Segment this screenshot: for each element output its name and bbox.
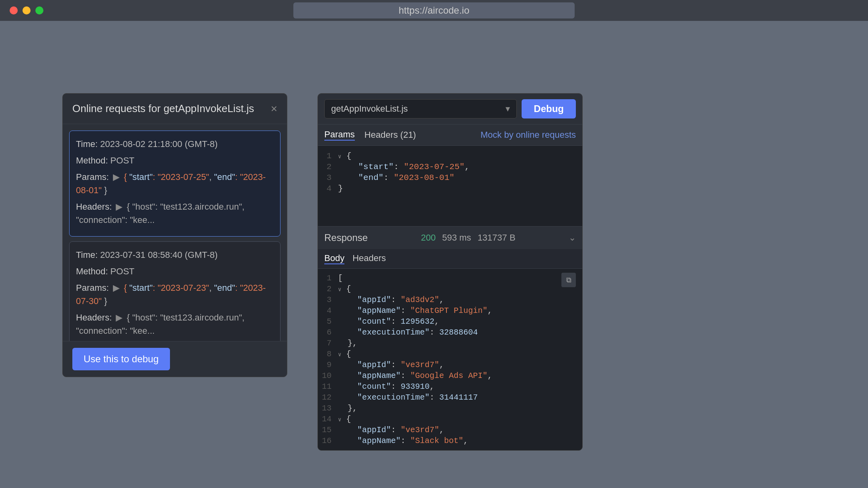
resp-line-8: 8 ∨ {	[318, 349, 582, 359]
resp-line-13: 13 },	[318, 403, 582, 414]
close-window-button[interactable]	[10, 6, 18, 14]
debug-panel: getAppInvokeList.js ▾ Debug Params Heade…	[317, 93, 583, 451]
resp-line-7: 7 },	[318, 338, 582, 349]
request-time-2: Time: 2023-07-31 08:58:40 (GMT-8)	[76, 248, 274, 261]
request-params-1: Params: ▶ { "start": "2023-07-25", "end"…	[76, 170, 274, 197]
request-method-2: Method: POST	[76, 265, 274, 278]
resp-line-5: 5 "count": 1295632,	[318, 316, 582, 327]
close-modal-button[interactable]: ×	[271, 103, 277, 114]
resp-line-11: 11 "count": 933910,	[318, 381, 582, 392]
request-headers-2: Headers: ▶ { "host": "test123.aircode.ru…	[76, 311, 274, 337]
file-selector-value: getAppInvokeList.js	[331, 104, 408, 114]
params-code-editor[interactable]: 1 ∨ { 2 "start": "2023-07-25", 3 "end": …	[318, 146, 582, 226]
modal-body: Time: 2023-08-02 21:18:00 (GMT-8) Method…	[63, 124, 287, 341]
modal-footer: Use this to debug	[63, 341, 287, 377]
tab-headers-response[interactable]: Headers	[352, 253, 386, 264]
debug-button[interactable]: Debug	[522, 99, 576, 118]
response-status: 200	[421, 233, 436, 243]
response-bytes: 131737 B	[477, 233, 515, 243]
resp-line-9: 9 "appId": "ve3rd7",	[318, 359, 582, 370]
resp-line-10: 10 "appName": "Google Ads API",	[318, 370, 582, 381]
response-meta: 200 593 ms 131737 B	[421, 233, 516, 243]
resp-line-12: 12 "executionTime": 31441117	[318, 392, 582, 403]
request-method-1: Method: POST	[76, 154, 274, 167]
response-title: Response	[324, 232, 368, 243]
modal-header: Online requests for getAppInvokeList.js …	[63, 94, 287, 124]
online-requests-modal: Online requests for getAppInvokeList.js …	[62, 93, 287, 377]
modal-title: Online requests for getAppInvokeList.js	[72, 102, 254, 115]
response-section: Response 200 593 ms 131737 B ⌄ Body Head…	[318, 226, 582, 450]
tab-params[interactable]: Params	[324, 129, 355, 141]
resp-line-4: 4 "appName": "ChatGPT Plugin",	[318, 305, 582, 316]
file-selector[interactable]: getAppInvokeList.js ▾	[324, 99, 517, 118]
debug-panel-header: getAppInvokeList.js ▾ Debug	[318, 94, 582, 125]
response-tabs: Body Headers	[318, 249, 582, 269]
use-debug-button[interactable]: Use this to debug	[72, 348, 170, 370]
main-content: Online requests for getAppInvokeList.js …	[0, 21, 868, 488]
tab-headers[interactable]: Headers (21)	[364, 130, 416, 140]
copy-button[interactable]: ⧉	[561, 273, 576, 287]
chevron-down-icon: ▾	[506, 104, 510, 114]
window-controls	[10, 6, 43, 14]
params-tabs-row: Params Headers (21) Mock by online reque…	[318, 125, 582, 146]
response-ms: 593 ms	[442, 233, 471, 243]
url-bar[interactable]	[293, 2, 575, 18]
resp-line-14: 14 ∨ {	[318, 414, 582, 425]
resp-line-3: 3 "appId": "ad3dv2",	[318, 294, 582, 305]
code-line-1: 1 ∨ {	[318, 151, 582, 161]
code-line-2: 2 "start": "2023-07-25",	[318, 161, 582, 172]
request-headers-1: Headers: ▶ { "host": "test123.aircode.ru…	[76, 200, 274, 227]
titlebar	[0, 0, 868, 21]
request-params-2: Params: ▶ { "start": "2023-07-23", "end"…	[76, 281, 274, 308]
mock-by-online-requests-link[interactable]: Mock by online requests	[481, 130, 576, 140]
resp-line-15: 15 "appId": "ve3rd7",	[318, 425, 582, 435]
response-header: Response 200 593 ms 131737 B ⌄	[318, 227, 582, 249]
resp-line-2: 2 ∨ {	[318, 284, 582, 294]
response-body: ⧉ 1 [ 2 ∨ { 3 "appId": "ad3dv2", 4 "appN…	[318, 269, 582, 450]
code-line-3: 3 "end": "2023-08-01"	[318, 172, 582, 183]
chevron-down-icon-response: ⌄	[569, 233, 576, 243]
tab-body[interactable]: Body	[324, 253, 344, 264]
resp-line-1: 1 [	[318, 273, 582, 284]
maximize-window-button[interactable]	[35, 6, 43, 14]
request-card-2[interactable]: Time: 2023-07-31 08:58:40 (GMT-8) Method…	[69, 241, 280, 341]
resp-line-16: 16 "appName": "Slack bot",	[318, 435, 582, 446]
minimize-window-button[interactable]	[23, 6, 31, 14]
code-line-4: 4 }	[318, 183, 582, 194]
request-time-1: Time: 2023-08-02 21:18:00 (GMT-8)	[76, 137, 274, 151]
resp-line-6: 6 "executionTime": 32888604	[318, 327, 582, 338]
request-card-1[interactable]: Time: 2023-08-02 21:18:00 (GMT-8) Method…	[69, 131, 280, 237]
